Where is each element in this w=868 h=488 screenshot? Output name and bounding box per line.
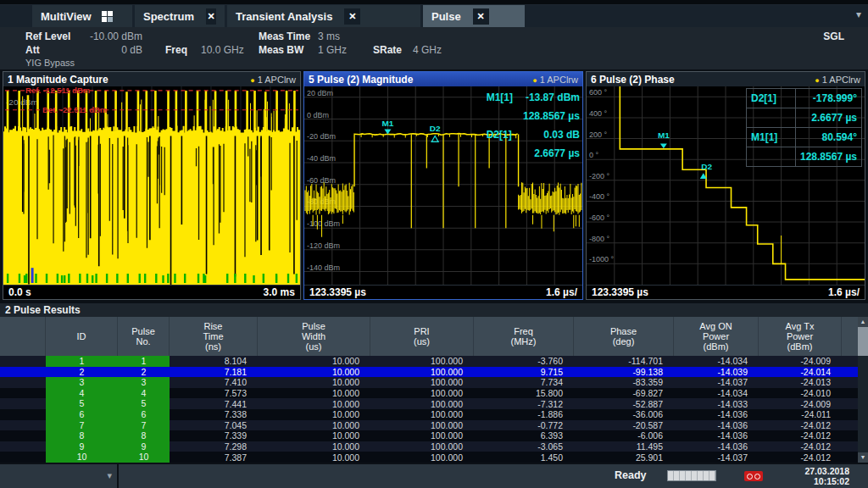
- status-bar: ▾ Ready 27.03.2018 10:15:02: [0, 464, 868, 488]
- table-row-6[interactable]: 667.33810.000100.000-1.886-36.006-14.036…: [0, 409, 858, 420]
- window-pulse-magnitude[interactable]: 5 Pulse (2) Magnitude ●1 APClrw 20 dBm0 …: [303, 71, 583, 300]
- value-cell: 8.104: [170, 356, 258, 366]
- value-cell: 10.000: [258, 388, 370, 398]
- date-time: 27.03.2018 10:15:02: [804, 466, 849, 486]
- y-tick-label: -600 °: [589, 214, 610, 222]
- x-start: 123.3395 µs: [592, 286, 648, 298]
- progress-bar: [667, 470, 716, 481]
- x-start: 0.0 s: [8, 286, 31, 298]
- id-cell: 2: [118, 367, 170, 378]
- window-header[interactable]: 5 Pulse (2) Magnitude ●1 APClrw: [304, 72, 582, 86]
- column-header[interactable]: PulseNo.: [118, 317, 170, 356]
- results-header-row: IDPulseNo.RiseTime(ns)PulseWidth(us)PRI(…: [0, 317, 858, 356]
- value-cell: 10.000: [258, 420, 370, 430]
- setting-value-meas-bw[interactable]: 1 GHz: [318, 44, 347, 56]
- window-title: 6 Pulse (2) Phase: [591, 74, 675, 86]
- tab-label: MultiView: [41, 10, 92, 23]
- sweep-mode-indicator: SGL: [823, 30, 844, 42]
- table-row-5[interactable]: 557.44110.000100.000-7.312-52.887-14.033…: [0, 398, 858, 409]
- tab-close-icon[interactable]: ✕: [344, 8, 360, 25]
- pulse-results-panel: 2 Pulse Results IDPulseNo.RiseTime(ns)Pu…: [0, 303, 868, 463]
- id-cell: 7: [46, 420, 118, 431]
- pulse-phase-plot[interactable]: 600 °400 °200 °0 °-200 °-400 °-600 °-800…: [587, 86, 865, 285]
- setting-value-meas-time[interactable]: 3 ms: [318, 30, 340, 42]
- status-dropdown[interactable]: ▾: [0, 464, 117, 488]
- y-tick-label: -100 dBm: [307, 219, 340, 228]
- status-time: 10:15:02: [814, 476, 849, 486]
- readout-label: D2[1]: [747, 89, 796, 108]
- id-cell: 8: [118, 430, 170, 441]
- value-cell: -0.772: [474, 420, 574, 430]
- table-row-3[interactable]: 337.41010.000100.0007.734-83.359-14.037-…: [0, 377, 858, 388]
- value-cell: 100.000: [370, 356, 474, 366]
- column-header[interactable]: Freq(MHz): [474, 317, 574, 356]
- column-header[interactable]: RiseTime(ns): [170, 317, 258, 356]
- column-header[interactable]: PulseWidth(us): [258, 317, 370, 356]
- value-cell: -69.827: [574, 388, 674, 398]
- id-cell: 10: [46, 452, 118, 463]
- setting-value-srate[interactable]: 4 GHz: [413, 44, 442, 56]
- value-cell: -99.138: [574, 367, 674, 377]
- scroll-up-arrow-icon[interactable]: ▲: [858, 317, 868, 327]
- table-row-10[interactable]: 10107.38710.000100.0001.45025.901-14.037…: [0, 452, 858, 463]
- column-header[interactable]: Avg TxPower(dBm): [759, 317, 842, 356]
- scrollbar-thumb[interactable]: [858, 327, 868, 356]
- table-row-2[interactable]: 227.18110.000100.0009.715-99.138-14.039-…: [0, 367, 858, 378]
- readout-value: 0.03 dB: [523, 125, 580, 144]
- setting-value-freq[interactable]: 10.0 GHz: [201, 44, 244, 56]
- value-cell: -3.065: [474, 441, 574, 452]
- value-cell: 7.734: [474, 377, 574, 387]
- status-main: Ready 27.03.2018 10:15:02: [119, 464, 868, 488]
- x-start: 123.3395 µs: [309, 286, 366, 298]
- window-header[interactable]: 1 Magnitude Capture ●1 APClrw: [3, 72, 300, 86]
- threshold-label: Det. -22.511 dBm: [42, 105, 107, 114]
- calendar-icon: [744, 471, 763, 481]
- tab-pulse[interactable]: Pulse✕: [423, 5, 525, 27]
- results-scrollbar[interactable]: ▲ ▼: [858, 317, 868, 463]
- id-cell: 1: [118, 356, 170, 367]
- value-cell: 7.573: [170, 388, 258, 398]
- scrollbar-track[interactable]: [858, 356, 868, 452]
- value-cell: -52.887: [574, 399, 674, 409]
- setting-value-att[interactable]: 0 dB: [85, 44, 142, 56]
- scroll-down-arrow-icon[interactable]: ▼: [858, 452, 868, 463]
- column-header[interactable]: Phase(deg): [574, 317, 674, 356]
- y-tick-label: -200 °: [589, 172, 610, 180]
- window-header[interactable]: 6 Pulse (2) Phase ●1 APClrw: [587, 72, 865, 86]
- channel-tab-bar: MultiViewSpectrum✕Transient Analysis✕Pul…: [0, 5, 868, 27]
- value-cell: 7.339: [170, 430, 258, 441]
- setting-value-ref-level[interactable]: -10.00 dBm: [85, 30, 142, 42]
- column-header[interactable]: ID: [46, 317, 118, 356]
- window-magnitude-capture[interactable]: 1 Magnitude Capture ●1 APClrw -20 dBmRef…: [3, 71, 301, 300]
- tab-overflow-chevron-down-icon[interactable]: ▾: [856, 8, 861, 20]
- magnitude-capture-plot[interactable]: -20 dBmRef. -12.511 dBmDet. -22.511 dBm: [3, 86, 300, 285]
- column-header[interactable]: PRI(us): [370, 317, 474, 356]
- value-cell: 10.000: [258, 430, 370, 441]
- table-row-9[interactable]: 997.29810.000100.000-3.06511.495-14.036-…: [0, 441, 858, 452]
- id-cell: 4: [46, 388, 118, 399]
- column-header[interactable]: Avg ONPower(dBm): [674, 317, 759, 356]
- tab-multiview[interactable]: MultiView: [32, 5, 132, 27]
- pulse-magnitude-plot[interactable]: 20 dBm0 dBm-20 dBm-40 dBm-60 dBm-80 dBm-…: [304, 86, 582, 285]
- value-cell: -83.359: [574, 377, 674, 387]
- table-row-8[interactable]: 887.33910.000100.0006.393-6.006-14.036-2…: [0, 430, 858, 441]
- window-pulse-phase[interactable]: 6 Pulse (2) Phase ●1 APClrw 600 °400 °20…: [586, 71, 865, 300]
- value-cell: 10.000: [258, 399, 370, 409]
- table-row-1[interactable]: 118.10410.000100.000-3.760-114.701-14.03…: [0, 356, 858, 367]
- id-cell: 9: [118, 441, 170, 452]
- column-header[interactable]: [0, 317, 46, 356]
- magnitude-capture-trace: -20 dBmRef. -12.511 dBmDet. -22.511 dBm: [3, 86, 300, 285]
- table-row-4[interactable]: 447.57310.000100.00015.800-69.827-14.034…: [0, 388, 858, 399]
- tab-close-icon[interactable]: ✕: [473, 8, 489, 25]
- table-row-7[interactable]: 777.04510.000100.000-0.772-20.587-14.036…: [0, 420, 858, 431]
- trace-dot-icon: ●: [250, 76, 254, 85]
- x-scale: 1.6 µs/: [828, 286, 860, 298]
- value-cell: 10.000: [258, 356, 370, 366]
- tab-spectrum[interactable]: Spectrum✕: [135, 5, 225, 27]
- tab-close-icon[interactable]: ✕: [206, 8, 216, 25]
- tab-transient-analysis[interactable]: Transient Analysis✕: [227, 5, 420, 27]
- value-cell: 10.000: [258, 367, 370, 377]
- value-cell: -24.009: [759, 399, 842, 409]
- value-cell: 10.000: [258, 377, 370, 387]
- y-tick-label: 0 dBm: [307, 111, 329, 119]
